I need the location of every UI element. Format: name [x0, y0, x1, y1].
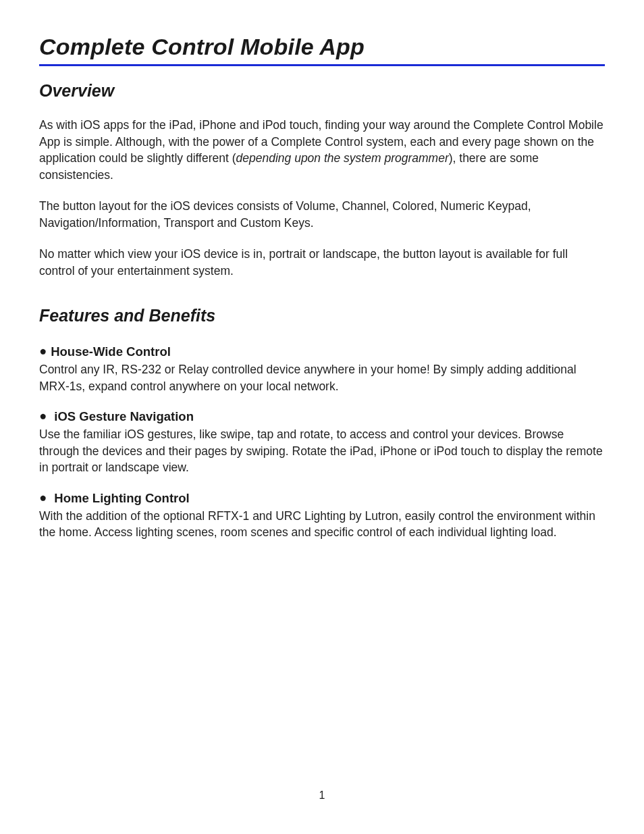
- feature-item: ● iOS Gesture Navigation Use the familia…: [39, 409, 605, 476]
- feature-title-text: Home Lighting Control: [54, 491, 189, 505]
- feature-title-text: iOS Gesture Navigation: [54, 409, 194, 423]
- feature-body: With the addition of the optional RFTX-1…: [39, 508, 605, 541]
- document-page: Complete Control Mobile App Overview As …: [0, 0, 644, 834]
- bullet-icon: ●: [39, 490, 47, 505]
- section-heading-features: Features and Benefits: [39, 306, 605, 325]
- overview-p1-italic: depending upon the system programmer: [236, 151, 449, 165]
- feature-item: ●House-Wide Control Control any IR, RS-2…: [39, 344, 605, 394]
- page-number: 1: [0, 789, 644, 802]
- feature-item: ● Home Lighting Control With the additio…: [39, 491, 605, 541]
- feature-title-text: House-Wide Control: [51, 344, 171, 359]
- overview-paragraph-2: The button layout for the iOS devices co…: [39, 198, 605, 231]
- section-heading-overview: Overview: [39, 81, 605, 101]
- bullet-icon: ●: [39, 409, 47, 423]
- feature-body: Use the familiar iOS gestures, like swip…: [39, 426, 605, 476]
- feature-body: Control any IR, RS-232 or Relay controll…: [39, 361, 605, 394]
- feature-title: ● iOS Gesture Navigation: [39, 409, 605, 424]
- overview-paragraph-1: As with iOS apps for the iPad, iPhone an…: [39, 117, 605, 183]
- feature-title: ●House-Wide Control: [39, 344, 605, 359]
- title-underline: [39, 64, 605, 66]
- bullet-icon: ●: [39, 344, 47, 359]
- feature-title: ● Home Lighting Control: [39, 491, 605, 506]
- overview-paragraph-3: No matter which view your iOS device is …: [39, 246, 605, 279]
- document-title: Complete Control Mobile App: [39, 34, 605, 64]
